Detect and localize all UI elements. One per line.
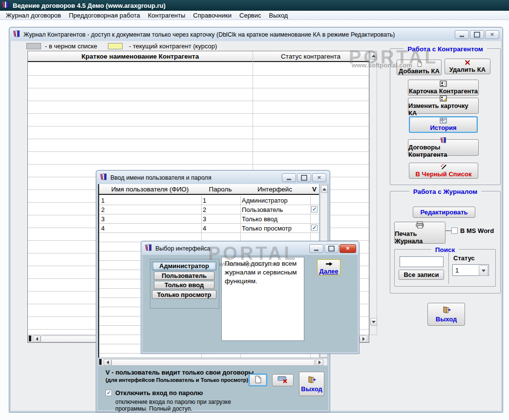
user-row-2[interactable]: 2 2 Пользователь ✓	[99, 205, 319, 214]
right-arrow-icon	[318, 360, 323, 364]
search-group-title: Поиск	[431, 246, 459, 253]
restore-icon	[328, 246, 335, 252]
hscroll-left-button[interactable]	[33, 336, 41, 342]
blacklist-button[interactable]: В Черный Список	[409, 163, 478, 179]
next-arrow-icon	[325, 260, 333, 268]
app-books-icon	[2, 0, 10, 10]
journal-group: Работа с Журналом Редактировать Печать Ж…	[390, 191, 501, 294]
legend-blacklist-swatch	[26, 43, 41, 49]
user-row-4[interactable]: 4 4 Только просмотр ✓	[99, 224, 319, 233]
status-dropdown-value: 1	[455, 267, 459, 274]
column-header-user[interactable]: Имя пользователя (ФИО)	[99, 184, 201, 194]
edit-contractor-card-button[interactable]: Изменить карточку КА	[408, 98, 479, 114]
msword-checkbox[interactable]	[451, 228, 458, 234]
edit-journal-button[interactable]: Редактировать	[413, 207, 475, 218]
users-table-header: Имя пользователя (ФИО) Пароль Интерфейс …	[99, 184, 319, 195]
close-icon: ✕	[490, 32, 494, 37]
next-button[interactable]: Далее	[317, 259, 340, 275]
contractor-contracts-button[interactable]: Договоры Контрагента	[408, 139, 479, 156]
own-contracts-note-detail: (для интерфейсов Пользователь и Только п…	[106, 377, 248, 383]
status-dropdown[interactable]: 1	[452, 264, 489, 276]
status-label: Статус	[453, 254, 475, 262]
status-dropdown-button[interactable]	[479, 265, 488, 276]
menu-spravochniki[interactable]: Справочники	[189, 11, 235, 20]
column-header-interface[interactable]: Интерфейс	[240, 184, 310, 194]
journal-titlebar[interactable]: Журнал Контрагентов - доступ к документа…	[10, 28, 502, 41]
row-2-own-contracts-checkbox[interactable]: ✓	[311, 206, 318, 212]
option-view-only[interactable]: Только просмотр	[152, 290, 216, 299]
printer-icon	[415, 221, 425, 230]
keyboard-delete-icon	[277, 376, 288, 385]
connector-line	[445, 231, 451, 231]
contractor-group: Работа с Контрагентом Добавить КА Удалит…	[390, 48, 501, 185]
menu-journal-dogovorov[interactable]: Журнал договоров	[2, 11, 65, 20]
hscroll-marker	[29, 336, 31, 341]
print-journal-button[interactable]: Печать Журнала	[394, 222, 445, 244]
journal-exit-button[interactable]: Выход	[427, 303, 465, 326]
hscroll-left-button[interactable]	[104, 359, 111, 366]
all-records-button[interactable]: Все записи	[399, 270, 444, 280]
delete-password-button[interactable]	[272, 374, 294, 386]
password-off-label: Отключить вход по паролю	[115, 389, 203, 397]
menu-vyhod[interactable]: Выход	[265, 11, 292, 20]
option-administrator[interactable]: Администратор	[152, 261, 216, 271]
delete-contractor-button[interactable]: Удалить КА	[445, 59, 490, 74]
menu-servis[interactable]: Сервис	[235, 11, 265, 20]
menubar: Журнал договоров Преддоговорная работа К…	[0, 11, 509, 20]
user-row-3[interactable]: 3 3 Только ввод	[99, 214, 319, 224]
legend-current-label: - текущий контрагент (курсор)	[129, 42, 217, 50]
hscroll-right-button[interactable]	[360, 336, 367, 342]
close-icon: ✕	[317, 175, 321, 180]
row-4-own-contracts-checkbox[interactable]: ✓	[311, 225, 318, 231]
legend-blacklist-label: - в черном списке	[45, 42, 97, 50]
password-off-desc-2: программы. Полный доступ.	[115, 405, 192, 412]
menu-preddogovornaya[interactable]: Преддоговорная работа	[65, 11, 144, 20]
users-hscrollbar[interactable]	[98, 358, 328, 366]
column-header-name[interactable]: Краткое наименование Контрагента	[28, 51, 253, 61]
minimize-icon	[460, 36, 464, 37]
vscroll-down-button[interactable]	[370, 318, 377, 326]
hscroll-marker	[99, 359, 102, 365]
exit-door-icon	[442, 306, 451, 315]
password-off-desc-1: отключение входа по паролю при загрузке	[115, 399, 231, 405]
journal-group-title: Работа с Журналом	[409, 188, 482, 195]
restore-icon	[301, 175, 307, 181]
contractor-card-button[interactable]: Карточка Контрагента	[408, 80, 479, 96]
hscroll-thumb[interactable]	[111, 359, 315, 366]
app-title: Ведение договоров 4.5 Демо (www.araxgrou…	[13, 2, 166, 9]
own-contracts-note: V - пользователь видит только свои догов…	[106, 369, 254, 376]
option-user[interactable]: Пользователь	[154, 272, 214, 280]
restore-button[interactable]	[470, 30, 484, 39]
new-document-icon	[254, 376, 261, 385]
iface-minimize-button[interactable]	[309, 244, 323, 253]
legend-current-swatch	[108, 43, 123, 49]
hscroll-right-button[interactable]	[316, 359, 323, 366]
login-minimize-button[interactable]	[282, 173, 296, 182]
search-input[interactable]	[400, 256, 444, 267]
interface-options-panel: Администратор Пользователь Только ввод Т…	[150, 259, 219, 309]
close-button[interactable]: ✕	[485, 30, 499, 39]
new-user-button[interactable]	[249, 374, 267, 386]
option-input-only[interactable]: Только ввод	[154, 281, 214, 289]
minimize-button[interactable]	[455, 30, 469, 39]
menu-kontragenty[interactable]: Контрагенты	[144, 11, 190, 20]
login-dialog-titlebar[interactable]: Ввод имени пользователя и пароля ✕	[97, 171, 329, 184]
restore-icon	[474, 32, 480, 38]
login-restore-button[interactable]	[297, 173, 311, 182]
exit-door-icon	[307, 376, 317, 385]
column-header-password[interactable]: Пароль	[201, 184, 240, 194]
interface-description: Полный доступ ко всем журналам и сервисн…	[221, 257, 304, 341]
iface-restore-button[interactable]	[324, 244, 339, 253]
login-dialog-title: Ввод имени пользователя и пароля	[110, 174, 212, 181]
login-close-button[interactable]: ✕	[312, 173, 326, 182]
column-header-v[interactable]: V	[310, 184, 319, 194]
iface-close-button[interactable]: ✕	[339, 244, 356, 253]
contractor-vscrollbar[interactable]	[369, 51, 377, 335]
user-row-1[interactable]: 1 1 Администратор	[99, 196, 319, 205]
password-off-checkbox[interactable]: ✓	[106, 390, 112, 396]
down-arrow-icon	[372, 321, 376, 325]
up-arrow-icon	[322, 186, 326, 190]
vscroll-up-button[interactable]	[321, 185, 328, 193]
login-exit-button[interactable]: Выход	[299, 372, 324, 396]
history-button[interactable]: История	[409, 116, 478, 133]
